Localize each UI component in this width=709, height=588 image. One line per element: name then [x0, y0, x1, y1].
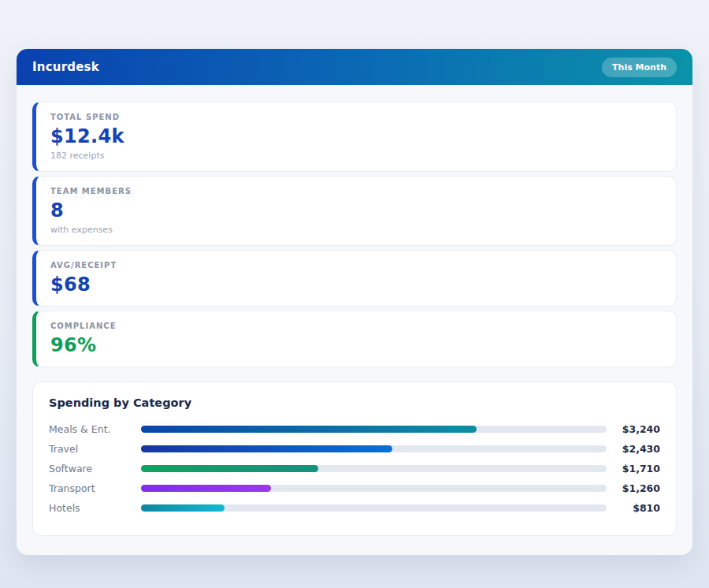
bar-fill	[141, 485, 271, 492]
stat-value: 8	[50, 199, 662, 221]
app-header: Incurdesk This Month	[17, 49, 692, 85]
spending-chart-card: Spending by Category Meals & Ent. $3,240…	[32, 381, 677, 536]
category-label: Software	[49, 463, 141, 474]
bar-fill	[141, 426, 477, 433]
chart-row-meals: Meals & Ent. $3,240	[49, 419, 660, 439]
stat-value: 96%	[50, 334, 662, 356]
bar-track	[141, 504, 607, 512]
chart-row-transport: Transport $1,260	[49, 478, 660, 498]
category-label: Transport	[49, 482, 141, 494]
chart-row-software: Software $1,710	[49, 459, 660, 478]
chart-title: Spending by Category	[49, 396, 660, 409]
bar-fill	[141, 504, 225, 512]
stat-card-compliance: COMPLIANCE 96%	[32, 311, 677, 367]
value-label: $2,430	[613, 443, 660, 455]
app-title: Incurdesk	[32, 60, 99, 74]
stat-label: TEAM MEMBERS	[50, 187, 662, 195]
chart-row-hotels: Hotels $810	[49, 498, 660, 518]
bar-track	[141, 485, 607, 492]
stat-card-team-members: TEAM MEMBERS 8 with expenses	[32, 176, 677, 246]
period-badge[interactable]: This Month	[602, 58, 677, 77]
value-label: $1,710	[613, 463, 660, 474]
value-label: $810	[613, 502, 660, 514]
bar-fill	[141, 445, 392, 452]
chart-row-travel: Travel $2,430	[49, 439, 660, 459]
category-label: Travel	[49, 443, 141, 455]
stat-sub: with expenses	[50, 225, 662, 235]
dashboard-panel: Incurdesk This Month TOTAL SPEND $12.4k …	[17, 49, 692, 555]
stat-label: COMPLIANCE	[50, 322, 662, 330]
stat-card-total-spend: TOTAL SPEND $12.4k 182 receipts	[32, 102, 677, 172]
bar-track	[141, 426, 607, 433]
category-label: Meals & Ent.	[49, 423, 141, 435]
bar-track	[141, 465, 607, 472]
category-label: Hotels	[49, 502, 141, 514]
value-label: $1,260	[613, 482, 660, 494]
stat-value: $12.4k	[50, 125, 662, 147]
stat-label: AVG/RECEIPT	[50, 261, 662, 270]
stat-sub: 182 receipts	[50, 151, 662, 161]
stat-label: TOTAL SPEND	[50, 113, 662, 121]
stat-card-avg-receipt: AVG/RECEIPT $68	[32, 250, 677, 307]
bar-track	[141, 445, 607, 452]
bar-fill	[141, 465, 318, 472]
stat-value: $68	[50, 274, 662, 296]
value-label: $3,240	[613, 423, 660, 435]
stats-area: TOTAL SPEND $12.4k 182 receipts TEAM MEM…	[17, 85, 692, 367]
